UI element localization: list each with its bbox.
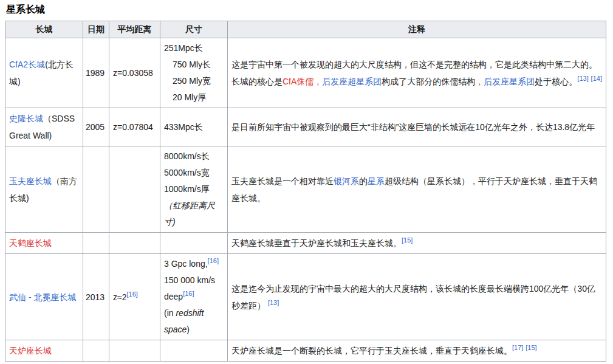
wiki-link[interactable]: 星系 (368, 176, 385, 186)
size-line: 5000km/s宽 (164, 165, 224, 181)
italic-text: （红移距离尺寸) (164, 201, 215, 227)
cell-distance (109, 233, 160, 254)
wiki-link[interactable]: 后发座超星系团 (322, 77, 382, 86)
cell-distance (109, 340, 160, 362)
size-line: 433Mpc长 (164, 119, 224, 136)
text: 玉夫座长城是一个相对靠近 (231, 176, 334, 186)
text: 构成了大部分的侏儒结构 (382, 77, 475, 86)
cell-notes: 是目前所知宇宙中被观察到的最巨大“非结构”这座巨墙的长城远在10亿光年之外，长达… (228, 108, 606, 146)
size-line: 8000km/s长 (164, 148, 224, 165)
cell-wall-name: CfA2长城(北方长城) (5, 38, 83, 108)
cell-distance (109, 146, 160, 233)
text: 150 000 km/s deep (164, 275, 215, 301)
cell-wall-name: 武仙 - 北冕座长城 (5, 254, 83, 340)
size-line: 1000km/s厚 (164, 181, 224, 197)
text: z=0.03058 (113, 68, 153, 78)
table-row: 天鹤座长城天鹤座长城垂直于天炉座长城和玉夫座长城。[15] (5, 233, 606, 254)
text: z≈2 (113, 292, 126, 302)
cell-size: 251Mpc长750 Mly长250 Mly宽20 Mly厚 (160, 38, 228, 108)
text: 251Mpc长 (164, 43, 203, 53)
text: 750 Mly长 (173, 60, 211, 69)
cell-wall-name: 玉夫座长城（南方长城) (5, 146, 83, 233)
table-row: 史隆长城（SDSS Great Wall)2005z=0.07804433Mpc… (5, 108, 606, 146)
cell-size: 8000km/s长5000km/s宽1000km/s厚（红移距离尺寸) (160, 146, 228, 233)
col-header-4: 注释 (228, 21, 606, 38)
table-body: CfA2长城(北方长城)1989z=0.03058251Mpc长750 Mly长… (5, 38, 606, 362)
size-line: 150 000 km/s deep[16] (164, 272, 224, 305)
cell-distance: z≈2[16] (109, 254, 160, 340)
wiki-link[interactable]: CfA2长城 (9, 60, 45, 69)
text: ) (187, 325, 190, 334)
ref-link[interactable]: [13] (577, 75, 588, 82)
text: 250 Mly宽 (173, 76, 211, 86)
size-line: 20 Mly厚 (164, 89, 224, 106)
cell-size: 433Mpc长 (160, 108, 228, 146)
col-header-1: 日期 (83, 21, 109, 38)
size-line: 750 Mly长 (164, 57, 224, 73)
col-header-3: 尺寸 (160, 21, 228, 38)
table-header-row: 长城日期平均距离尺寸注释 (5, 21, 606, 38)
ref-link[interactable]: [16] (208, 257, 219, 264)
text: 是目前所知宇宙中被观察到的最巨大“非结构”这座巨墙的长城远在10亿光年之外，长达… (231, 122, 595, 132)
size-line: 3 Gpc long,[16] (164, 256, 224, 272)
ref-link[interactable]: [14] (591, 75, 602, 82)
text: 5000km/s宽 (164, 168, 210, 177)
text: 处于核心。 (535, 77, 577, 86)
wiki-article-section: 星系长城 长城日期平均距离尺寸注释 CfA2长城(北方长城)1989z=0.03… (0, 0, 613, 362)
cell-distance: z=0.07804 (109, 108, 160, 146)
cell-date (83, 146, 109, 233)
redlink[interactable]: 天炉座长城 (9, 346, 52, 355)
wiki-link[interactable]: 后发座星系团 (484, 77, 535, 86)
cell-notes: 这是迄今为止发现的宇宙中最大的超大的大尺度结构，该长城的长度最长端横跨100亿光… (228, 254, 606, 340)
table-row: CfA2长城(北方长城)1989z=0.03058251Mpc长750 Mly长… (5, 38, 606, 108)
table-row: 玉夫座长城（南方长城)8000km/s长5000km/s宽1000km/s厚（红… (5, 146, 606, 233)
cell-wall-name: 天鹤座长城 (5, 233, 83, 254)
ref-link[interactable]: [16] (126, 290, 137, 298)
redlink[interactable]: 天鹤座长城 (9, 238, 52, 248)
text: z=0.07804 (113, 122, 153, 132)
cell-notes: 天炉座长城是一个断裂的长城，它平行于玉夫座长城，垂直于天鹤座长城。[17] [1… (228, 340, 606, 362)
cell-wall-name: 天炉座长城 (5, 340, 83, 362)
ref-link[interactable]: [15] (526, 344, 536, 351)
cell-size (160, 233, 228, 254)
page-title: 星系长城 (6, 4, 607, 15)
cell-date (83, 233, 109, 254)
ref-link[interactable]: [13] (268, 299, 279, 306)
text: 的 (359, 176, 368, 186)
ref-link[interactable]: [15] (402, 236, 413, 244)
size-line: 250 Mly宽 (164, 73, 224, 89)
cell-wall-name: 史隆长城（SDSS Great Wall) (5, 108, 83, 146)
cell-date: 2005 (83, 108, 109, 146)
cell-notes: 这是宇宙中第一个被发现的超大的大尺度结构，但这不是完整的结构，它是此类结构中第二… (228, 38, 606, 108)
ref-link[interactable]: [16] (183, 290, 194, 297)
cell-size (160, 340, 228, 362)
table-row: 武仙 - 北冕座长城2013z≈2[16]3 Gpc long,[16]150 … (5, 254, 606, 340)
text: (in (164, 308, 176, 318)
wiki-link[interactable]: 史隆长城 (9, 114, 43, 123)
text: 8000km/s长 (164, 151, 210, 161)
text: 天鹤座长城垂直于天炉座长城和玉夫座长城。 (231, 238, 402, 248)
ref-link[interactable]: [17] (512, 344, 523, 351)
wiki-link[interactable]: 银河系 (334, 176, 359, 186)
text: 天炉座长城是一个断裂的长城，它平行于玉夫座长城，垂直于天鹤座长城。 (231, 346, 512, 355)
size-line: （红移距离尺寸) (164, 197, 224, 230)
wiki-link[interactable]: 玉夫座长城 (9, 176, 52, 186)
cell-notes: 天鹤座长城垂直于天炉座长城和玉夫座长城。[15] (228, 233, 606, 254)
text: 20 Mly厚 (173, 92, 206, 102)
cell-date (83, 340, 109, 362)
text: 1000km/s厚 (164, 184, 210, 194)
text: 3 Gpc long, (164, 259, 208, 269)
size-line: (in redshift space) (164, 305, 224, 338)
cell-distance: z=0.03058 (109, 38, 160, 108)
text: 433Mpc长 (164, 122, 203, 132)
galaxy-walls-table: 长城日期平均距离尺寸注释 CfA2长城(北方长城)1989z=0.0305825… (5, 21, 606, 362)
cell-size: 3 Gpc long,[16]150 000 km/s deep[16](in … (160, 254, 228, 340)
cell-notes: 玉夫座长城是一个相对靠近银河系的星系超级结构（星系长城），平行于天炉座长城，垂直… (228, 146, 606, 233)
col-header-2: 平均距离 (109, 21, 160, 38)
table-row: 天炉座长城天炉座长城是一个断裂的长城，它平行于玉夫座长城，垂直于天鹤座长城。[1… (5, 340, 606, 362)
redlink[interactable]: CfA侏儒， (283, 77, 322, 86)
text: 这是迄今为止发现的宇宙中最大的超大的大尺度结构，该长城的长度最长端横跨100亿光… (231, 284, 595, 311)
wiki-link[interactable]: 武仙 - 北冕座长城 (9, 292, 76, 302)
col-header-0: 长城 (5, 21, 83, 38)
redlink[interactable]: ， (475, 77, 484, 86)
